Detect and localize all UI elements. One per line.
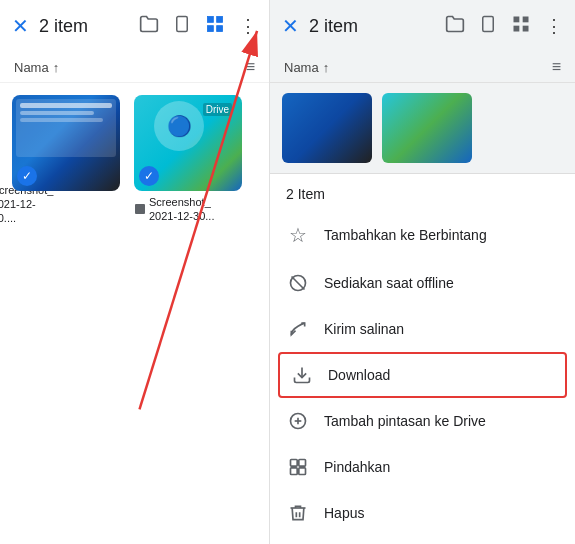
menu-label-offline: Sediakan saat offline xyxy=(324,275,454,291)
svg-rect-7 xyxy=(135,204,145,214)
left-toolbar-icons: ⋮ xyxy=(139,14,257,39)
right-panel: ✕ 2 item ⋮ xyxy=(270,0,575,544)
section-header: 2 Item xyxy=(270,174,575,210)
menu-item-add-shortcut[interactable]: Tambah pintasan ke Drive xyxy=(270,398,575,444)
right-top-bar: ✕ 2 item ⋮ xyxy=(270,0,575,52)
move-icon xyxy=(286,457,310,477)
menu-label-move: Pindahkan xyxy=(324,459,390,475)
right-item-count: 2 item xyxy=(309,16,435,37)
left-sort-bar: Nama ↑ ≡ xyxy=(0,52,269,83)
grid-icon[interactable] xyxy=(205,14,225,39)
file-thumbnail-1: ✓ xyxy=(12,95,120,191)
menu-item-share[interactable]: Kirim salinan xyxy=(270,306,575,352)
menu-label-add-shortcut: Tambah pintasan ke Drive xyxy=(324,413,486,429)
file-grid: ✓ Screenshot_2021-12-30.... 🔵 Drive ✓ Sc… xyxy=(0,83,269,236)
svg-rect-23 xyxy=(299,460,306,467)
file-name-2: Screenshot_2021-12-30... xyxy=(149,195,214,224)
svg-rect-2 xyxy=(208,16,214,22)
context-menu-list: ☆ Tambahkan ke Berbintang Sediakan saat … xyxy=(270,210,575,536)
close-icon[interactable]: ✕ xyxy=(12,14,29,38)
list-view-icon[interactable]: ≡ xyxy=(246,58,255,76)
right-thumbnails xyxy=(270,83,575,174)
menu-item-delete[interactable]: Hapus xyxy=(270,490,575,536)
selected-badge-2: ✓ xyxy=(139,166,159,186)
left-item-count: 2 item xyxy=(39,16,129,37)
right-folder-icon[interactable] xyxy=(445,14,465,39)
menu-item-move[interactable]: Pindahkan xyxy=(270,444,575,490)
add-to-folder-icon[interactable] xyxy=(139,14,159,39)
right-sort-label[interactable]: Nama ↑ xyxy=(284,60,329,75)
selected-badge-1: ✓ xyxy=(17,166,37,186)
svg-rect-24 xyxy=(291,468,298,475)
svg-rect-14 xyxy=(514,25,520,31)
svg-rect-4 xyxy=(208,25,214,31)
star-icon: ☆ xyxy=(286,223,310,247)
trash-icon xyxy=(286,503,310,523)
right-more-icon[interactable]: ⋮ xyxy=(545,15,563,37)
svg-rect-3 xyxy=(217,16,223,22)
right-grid-icon[interactable] xyxy=(511,14,531,39)
list-item[interactable]: 🔵 Drive ✓ Screenshot_2021-12-30... xyxy=(134,95,242,224)
right-sort-bar: Nama ↑ ≡ xyxy=(270,52,575,83)
right-thumb-2 xyxy=(382,93,472,163)
right-close-icon[interactable]: ✕ xyxy=(282,14,299,38)
add-shortcut-icon xyxy=(286,411,310,431)
menu-label-delete: Hapus xyxy=(324,505,364,521)
right-list-icon[interactable]: ≡ xyxy=(552,58,561,76)
svg-rect-13 xyxy=(523,16,529,22)
file-thumbnail-2: 🔵 Drive ✓ xyxy=(134,95,242,191)
menu-label-download: Download xyxy=(328,367,390,383)
right-phone-icon[interactable] xyxy=(479,14,497,39)
menu-item-download[interactable]: Download xyxy=(278,352,567,398)
svg-rect-22 xyxy=(291,460,298,467)
menu-label-share: Kirim salinan xyxy=(324,321,404,337)
menu-item-offline[interactable]: Sediakan saat offline xyxy=(270,260,575,306)
svg-line-17 xyxy=(292,277,305,290)
left-top-bar: ✕ 2 item ⋮ xyxy=(0,0,269,52)
svg-rect-5 xyxy=(217,25,223,31)
offline-icon xyxy=(286,273,310,293)
left-sort-label[interactable]: Nama ↑ xyxy=(14,60,59,75)
phone-icon[interactable] xyxy=(173,14,191,39)
download-icon xyxy=(290,365,314,385)
svg-rect-25 xyxy=(299,468,306,475)
more-vert-icon[interactable]: ⋮ xyxy=(239,15,257,37)
right-toolbar-icons: ⋮ xyxy=(445,14,563,39)
menu-label-star: Tambahkan ke Berbintang xyxy=(324,227,487,243)
left-panel: ✕ 2 item ⋮ xyxy=(0,0,270,544)
list-item[interactable]: ✓ Screenshot_2021-12-30.... xyxy=(12,95,120,224)
menu-item-star[interactable]: ☆ Tambahkan ke Berbintang xyxy=(270,210,575,260)
svg-rect-12 xyxy=(514,16,520,22)
right-thumb-1 xyxy=(282,93,372,163)
svg-rect-15 xyxy=(523,25,529,31)
share-icon xyxy=(286,319,310,339)
